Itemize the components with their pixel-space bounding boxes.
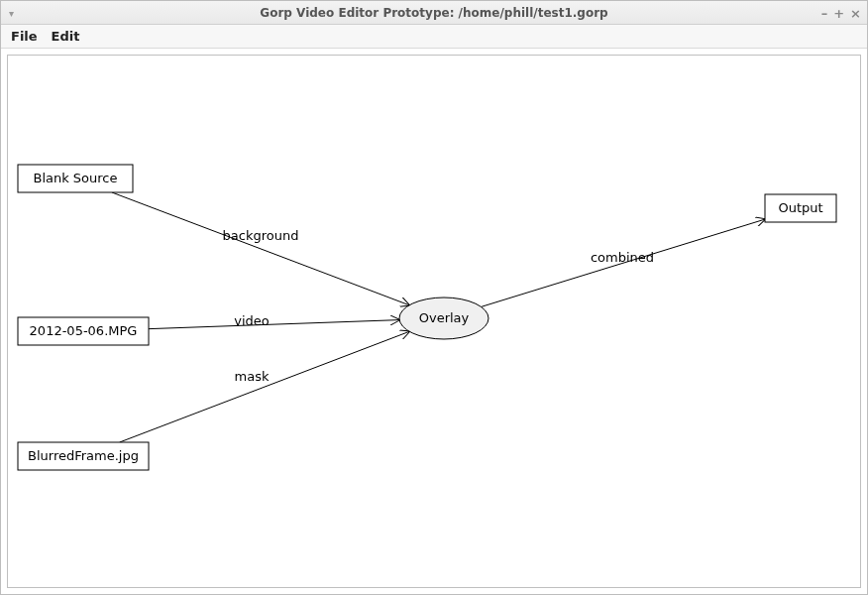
edge-blurred-overlay[interactable] — [120, 331, 410, 442]
node-label-blurred: BlurredFrame.jpg — [28, 448, 139, 463]
graph-svg: backgroundvideomaskcombinedBlank Source2… — [8, 56, 860, 587]
node-label-mpg: 2012-05-06.MPG — [30, 323, 138, 338]
edge-label-combined: combined — [591, 250, 654, 265]
edge-label-mask: mask — [235, 369, 270, 384]
graph-canvas[interactable]: backgroundvideomaskcombinedBlank Source2… — [7, 55, 861, 588]
close-button[interactable]: × — [850, 6, 861, 21]
minimize-button[interactable]: – — [821, 6, 828, 21]
edge-label-background: background — [223, 228, 299, 243]
edge-blank_source-overlay[interactable] — [112, 192, 409, 305]
app-window: ▾ Gorp Video Editor Prototype: /home/phi… — [0, 0, 868, 595]
edge-label-video: video — [234, 313, 270, 328]
node-label-overlay: Overlay — [419, 310, 470, 325]
edge-mpg-overlay[interactable] — [149, 320, 399, 329]
system-menu-icon[interactable]: ▾ — [9, 1, 14, 25]
titlebar[interactable]: ▾ Gorp Video Editor Prototype: /home/phi… — [1, 1, 867, 25]
window-title: Gorp Video Editor Prototype: /home/phill… — [260, 6, 607, 20]
node-label-output: Output — [778, 200, 822, 215]
canvas-area: backgroundvideomaskcombinedBlank Source2… — [1, 49, 867, 594]
menu-edit[interactable]: Edit — [52, 29, 80, 44]
maximize-button[interactable]: + — [833, 6, 844, 21]
menubar: File Edit — [1, 25, 867, 49]
node-label-blank_source: Blank Source — [33, 171, 117, 185]
menu-file[interactable]: File — [11, 29, 38, 44]
